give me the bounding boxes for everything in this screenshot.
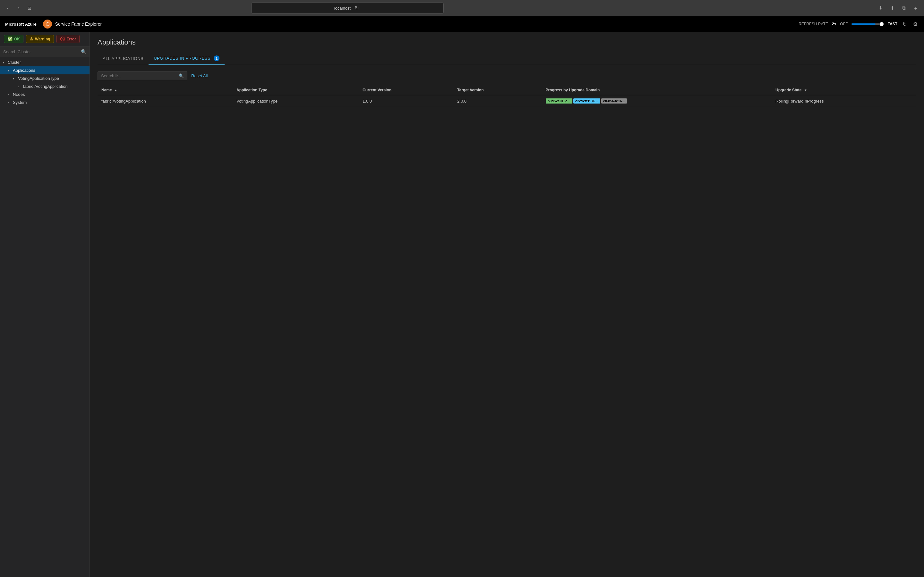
sidebar-item-label: Cluster bbox=[8, 60, 87, 65]
refresh-toggle-label: OFF bbox=[840, 22, 848, 26]
slider-thumb bbox=[880, 22, 884, 26]
table-row: fabric:/VotingApplicationVotingApplicati… bbox=[97, 95, 916, 107]
tab-upgrades-in-progress[interactable]: UPGRADES IN PROGRESS 1 bbox=[149, 52, 225, 65]
reset-all-button[interactable]: Reset All bbox=[191, 73, 208, 78]
refresh-rate-value: 2s bbox=[832, 22, 836, 26]
search-list-icon: 🔍 bbox=[179, 73, 184, 78]
right-panel: Applications ALL APPLICATIONS UPGRADES I… bbox=[90, 32, 924, 577]
refresh-rate-label: REFRESH RATE bbox=[798, 22, 828, 26]
speed-slider[interactable] bbox=[851, 23, 884, 25]
app-container: Microsoft Azure ⬡ Service Fabric Explore… bbox=[0, 16, 924, 577]
sidebar-item-label: VotingApplicationType bbox=[18, 76, 87, 81]
chevron-down-icon: ▾ bbox=[3, 61, 7, 64]
slider-fill bbox=[851, 23, 876, 25]
window-button[interactable]: ⊡ bbox=[26, 4, 33, 12]
search-list-wrapper: 🔍 bbox=[97, 71, 187, 80]
error-icon: 🚫 bbox=[60, 37, 65, 41]
status-warning-label: Warning bbox=[35, 37, 50, 41]
tree-nav: ▾ Cluster ▾ Applications ▾ VotingApplica… bbox=[0, 57, 89, 108]
settings-icon-button[interactable]: ⚙ bbox=[912, 20, 919, 29]
sidebar-item-label: Applications bbox=[13, 68, 87, 73]
top-nav: Microsoft Azure ⬡ Service Fabric Explore… bbox=[0, 16, 924, 32]
sidebar-status-bar: ✅ OK ⚠ Warning 🚫 Error bbox=[0, 32, 89, 47]
sidebar-item-label: System bbox=[13, 100, 87, 105]
sort-asc-icon: ▲ bbox=[114, 89, 118, 92]
col-app-type[interactable]: Application Type bbox=[233, 85, 359, 95]
domain-badges: b9d52c016a...c2e9eff1976...cf68563e16... bbox=[546, 98, 768, 103]
download-icon-button[interactable]: ⬇ bbox=[877, 3, 885, 13]
chevron-down-icon: ▾ bbox=[8, 69, 12, 72]
share-icon-button[interactable]: ⬆ bbox=[888, 3, 897, 13]
page-title: Applications bbox=[97, 38, 916, 47]
speed-label: FAST bbox=[887, 22, 897, 26]
col-current-version[interactable]: Current Version bbox=[359, 85, 453, 95]
table-body: fabric:/VotingApplicationVotingApplicati… bbox=[97, 95, 916, 107]
new-tab-button[interactable]: + bbox=[911, 3, 920, 13]
upgrades-badge: 1 bbox=[214, 55, 220, 61]
refresh-button[interactable]: ↻ bbox=[353, 4, 361, 12]
chevron-right-icon: › bbox=[18, 85, 23, 88]
sidebar-item-cluster[interactable]: ▾ Cluster bbox=[0, 58, 89, 66]
main-content: ✅ OK ⚠ Warning 🚫 Error 🔍 bbox=[0, 32, 924, 577]
sidebar-item-nodes[interactable]: › Nodes bbox=[0, 90, 89, 98]
azure-logo: Microsoft Azure bbox=[5, 22, 37, 27]
search-cluster-input[interactable] bbox=[3, 49, 81, 54]
col-progress[interactable]: Progress by Upgrade Domain bbox=[542, 85, 772, 95]
sidebar: ✅ OK ⚠ Warning 🚫 Error 🔍 bbox=[0, 32, 90, 577]
table-header: Name ▲ Application Type Current Version … bbox=[97, 85, 916, 95]
tabs-container: ALL APPLICATIONS UPGRADES IN PROGRESS 1 bbox=[97, 52, 916, 65]
sfe-icon: ⬡ bbox=[43, 19, 52, 29]
browser-chrome: ‹ › ⊡ localhost ↻ ⬇ ⬆ ⧉ + bbox=[0, 0, 924, 16]
status-ok-label: OK bbox=[14, 37, 20, 41]
status-warning-badge[interactable]: ⚠ Warning bbox=[26, 35, 54, 43]
cell-current-version: 1.0.0 bbox=[359, 95, 453, 107]
sidebar-item-system[interactable]: › System bbox=[0, 98, 89, 106]
cell-target-version: 2.0.0 bbox=[453, 95, 541, 107]
list-controls: 🔍 Reset All bbox=[97, 71, 916, 80]
slider-track bbox=[851, 23, 884, 25]
col-name[interactable]: Name ▲ bbox=[97, 85, 233, 95]
ok-icon: ✅ bbox=[7, 37, 13, 41]
browser-toolbar: ‹ › ⊡ localhost ↻ ⬇ ⬆ ⧉ + bbox=[0, 0, 924, 16]
address-bar[interactable]: localhost ↻ bbox=[251, 3, 444, 13]
search-cluster-bar: 🔍 bbox=[0, 47, 89, 57]
data-table: Name ▲ Application Type Current Version … bbox=[97, 85, 916, 107]
cell-name[interactable]: fabric:/VotingApplication bbox=[97, 95, 233, 107]
filter-icon: ▼ bbox=[804, 89, 807, 92]
sfe-icon-inner: ⬡ bbox=[45, 21, 49, 27]
chevron-right-icon: › bbox=[8, 101, 12, 104]
table-header-row: Name ▲ Application Type Current Version … bbox=[97, 85, 916, 95]
browser-right-icons: ⬇ ⬆ ⧉ + bbox=[877, 3, 920, 13]
url-text: localhost bbox=[334, 6, 351, 11]
col-upgrade-state[interactable]: Upgrade State ▼ bbox=[772, 85, 916, 95]
sidebar-item-fabric-voting-app[interactable]: › fabric:/VotingApplication bbox=[0, 82, 89, 90]
tab-all-applications[interactable]: ALL APPLICATIONS bbox=[97, 53, 149, 65]
refresh-icon-button[interactable]: ↻ bbox=[901, 20, 908, 29]
back-button[interactable]: ‹ bbox=[4, 4, 11, 12]
status-error-badge[interactable]: 🚫 Error bbox=[57, 35, 79, 43]
top-nav-right: REFRESH RATE 2s OFF FAST ↻ ⚙ bbox=[798, 20, 919, 29]
search-list-input[interactable] bbox=[101, 73, 179, 78]
forward-button[interactable]: › bbox=[15, 4, 23, 12]
status-ok-badge[interactable]: ✅ OK bbox=[4, 35, 23, 43]
cell-progress-domains: b9d52c016a...c2e9eff1976...cf68563e16... bbox=[542, 95, 772, 107]
chevron-right-icon: › bbox=[8, 93, 12, 96]
sidebar-item-label: fabric:/VotingApplication bbox=[23, 84, 87, 89]
cell-upgrade-state: RollingForwardInProgress bbox=[772, 95, 916, 107]
sidebar-item-applications[interactable]: ▾ Applications bbox=[0, 66, 89, 74]
domain-badge[interactable]: b9d52c016a... bbox=[546, 98, 573, 103]
sidebar-item-voting-app-type[interactable]: ▾ VotingApplicationType bbox=[0, 74, 89, 82]
cell-app-type: VotingApplicationType bbox=[233, 95, 359, 107]
tab-upgrades-label: UPGRADES IN PROGRESS bbox=[153, 56, 210, 61]
warning-icon: ⚠ bbox=[29, 37, 33, 41]
tabs-icon-button[interactable]: ⧉ bbox=[900, 3, 909, 13]
search-cluster-button[interactable]: 🔍 bbox=[81, 49, 86, 54]
sidebar-item-label: Nodes bbox=[13, 92, 87, 97]
chevron-down-icon: ▾ bbox=[13, 77, 17, 80]
domain-badge[interactable]: c2e9eff1976... bbox=[573, 98, 600, 103]
sfe-title: Service Fabric Explorer bbox=[55, 21, 102, 27]
tab-all-label: ALL APPLICATIONS bbox=[103, 56, 144, 61]
status-error-label: Error bbox=[67, 37, 76, 41]
domain-badge[interactable]: cf68563e16... bbox=[601, 98, 627, 103]
col-target-version[interactable]: Target Version bbox=[453, 85, 541, 95]
